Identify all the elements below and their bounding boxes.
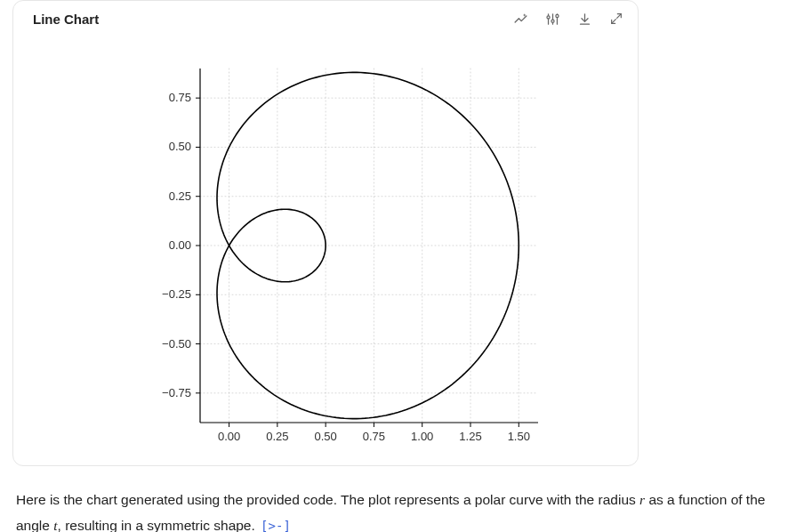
svg-text:0.50: 0.50 — [314, 430, 336, 443]
svg-text:0.25: 0.25 — [169, 189, 191, 203]
svg-line-8 — [617, 14, 622, 19]
svg-text:−0.75: −0.75 — [162, 386, 191, 399]
plot-area: 0.000.250.500.751.001.251.50−0.75−0.50−0… — [13, 44, 639, 463]
svg-text:0.75: 0.75 — [363, 430, 385, 443]
svg-text:0.00: 0.00 — [169, 238, 191, 252]
caption-text-1: Here is the chart generated using the pr… — [16, 492, 639, 507]
svg-text:0.50: 0.50 — [169, 140, 191, 153]
svg-text:−0.25: −0.25 — [162, 287, 191, 301]
svg-text:0.25: 0.25 — [266, 430, 288, 443]
caption: Here is the chart generated using the pr… — [16, 488, 772, 532]
auto-graph-icon[interactable] — [511, 10, 529, 28]
settings-sliders-icon[interactable] — [543, 10, 561, 28]
svg-text:1.25: 1.25 — [459, 430, 481, 443]
card-title: Line Chart — [33, 12, 99, 27]
download-icon[interactable] — [575, 10, 593, 28]
svg-text:1.50: 1.50 — [508, 430, 530, 443]
svg-line-9 — [612, 20, 616, 24]
code-reference-pill[interactable]: [>-] — [259, 515, 293, 532]
card-header: Line Chart — [13, 1, 638, 44]
svg-point-1 — [546, 15, 549, 18]
svg-text:0.75: 0.75 — [169, 91, 191, 104]
svg-point-5 — [555, 14, 558, 17]
caption-text-3: , resulting in a symmetric shape. — [58, 518, 260, 532]
card-toolbar — [511, 10, 625, 28]
svg-text:−0.50: −0.50 — [162, 337, 191, 351]
svg-point-3 — [551, 20, 553, 22]
plot-svg: 0.000.250.500.751.001.251.50−0.75−0.50−0… — [13, 44, 639, 463]
expand-icon[interactable] — [607, 10, 625, 28]
svg-text:1.00: 1.00 — [411, 430, 433, 443]
svg-text:0.00: 0.00 — [218, 430, 240, 443]
chart-card: Line Chart — [12, 0, 639, 466]
